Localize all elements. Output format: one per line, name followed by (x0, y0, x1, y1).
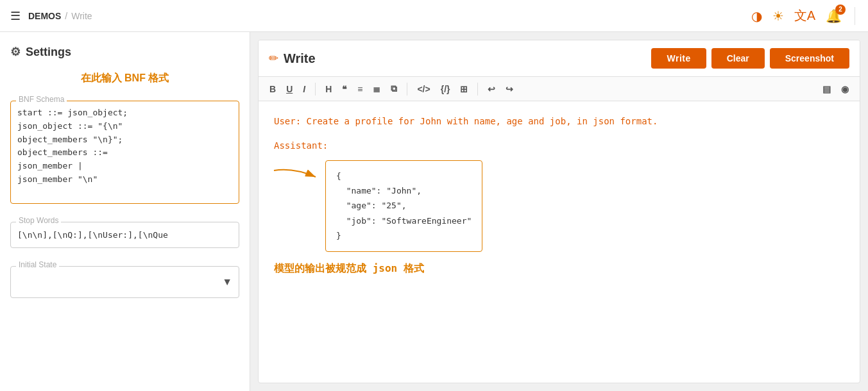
write-icon: ✏ (269, 51, 278, 65)
toolbar-right: ▤ ◉ (819, 81, 852, 97)
main-content: ✏ Write Write Clear Screenshot B U I H ❝… (258, 40, 860, 383)
sidebar: ⚙ Settings 在此输入 BNF 格式 BNF Schema start … (0, 32, 250, 391)
json-line-4: "job": "SoftwareEngineer" (336, 213, 472, 228)
stopwords-input[interactable] (17, 228, 232, 242)
notification-badge: 2 (835, 4, 846, 15)
copy-button[interactable]: ⧉ (387, 81, 400, 97)
bold-button[interactable]: B (266, 81, 279, 97)
layout: ⚙ Settings 在此输入 BNF 格式 BNF Schema start … (0, 32, 868, 391)
stopwords-box: Stop Words (10, 222, 239, 248)
annotation-arrow (268, 164, 322, 190)
notification-wrapper[interactable]: 🔔 2 (826, 8, 842, 24)
table-button[interactable]: ⊞ (457, 81, 471, 97)
screenshot-button[interactable]: Screenshot (770, 48, 849, 69)
bnf-legend: BNF Schema (16, 95, 67, 104)
user-line: User: Create a profile for John with nam… (274, 114, 844, 129)
bnf-schema-box: BNF Schema start ::= json_object; json_o… (10, 101, 239, 204)
initial-state-dropdown-icon[interactable]: ▼ (222, 276, 232, 288)
topnav-divider (855, 7, 855, 25)
breadcrumb-demos[interactable]: DEMOS (28, 11, 61, 21)
editor-toolbar: B U I H ❝ ≡ ≣ ⧉ </> {/} ⊞ ↩ ↪ ▤ ◉ (259, 77, 860, 101)
breadcrumb: DEMOS / Write (28, 11, 92, 21)
json-output-box: { "name": "John", "age": "25", "job": "S… (325, 160, 482, 252)
quote-button[interactable]: ❝ (339, 81, 350, 97)
translate-icon[interactable]: 文A (794, 7, 815, 24)
sun-icon[interactable]: ☀ (772, 8, 784, 24)
editor-area[interactable]: User: Create a profile for John with nam… (259, 101, 860, 383)
bnf-textarea[interactable]: start ::= json_object; json_object ::= "… (17, 106, 232, 196)
redo-button[interactable]: ↪ (502, 81, 516, 97)
underline-button[interactable]: U (283, 81, 296, 97)
toolbar-sep-2 (407, 83, 407, 96)
page-title: Write (284, 51, 316, 66)
bnf-annotation-top: 在此输入 BNF 格式 (10, 72, 239, 85)
json-line-2: "name": "John", (336, 183, 472, 198)
header-buttons: Write Clear Screenshot (651, 48, 849, 69)
stopwords-legend: Stop Words (16, 216, 61, 225)
ol-button[interactable]: ≣ (370, 81, 384, 97)
json-line-5: } (336, 228, 472, 243)
json-line-3: "age": "25", (336, 198, 472, 213)
write-button[interactable]: Write (651, 48, 706, 69)
toolbar-sep-3 (477, 83, 478, 96)
annotation-bottom: 模型的输出被规范成 json 格式 (274, 260, 844, 277)
preview-button[interactable]: ◉ (838, 81, 852, 97)
heading-button[interactable]: H (322, 81, 335, 97)
hamburger-icon[interactable]: ☰ (10, 9, 21, 23)
gear-icon: ⚙ (10, 45, 21, 59)
align-button[interactable]: ▤ (819, 81, 834, 97)
italic-button[interactable]: I (300, 81, 309, 97)
write-title-area: ✏ Write (269, 51, 643, 66)
assistant-label: Assistant: (274, 138, 844, 154)
write-header: ✏ Write Write Clear Screenshot (259, 40, 860, 77)
topnav-icons: ◑ ☀ 文A 🔔 2 (751, 7, 858, 25)
undo-button[interactable]: ↩ (484, 81, 498, 97)
initial-state-legend: Initial State (16, 260, 59, 269)
sidebar-header: ⚙ Settings (10, 45, 239, 59)
breadcrumb-write[interactable]: Write (71, 11, 92, 21)
initial-state-box: Initial State ▼ (10, 266, 239, 298)
contrast-icon[interactable]: ◑ (751, 8, 762, 24)
code-block-button[interactable]: {/} (438, 81, 454, 97)
code-inline-button[interactable]: </> (414, 81, 433, 97)
sidebar-title: Settings (26, 46, 71, 59)
toolbar-sep-1 (315, 83, 316, 96)
ul-button[interactable]: ≡ (354, 81, 366, 97)
clear-button[interactable]: Clear (711, 48, 765, 69)
breadcrumb-sep: / (65, 11, 67, 21)
json-line-1: { (336, 169, 472, 183)
topnav: ☰ DEMOS / Write ◑ ☀ 文A 🔔 2 (0, 0, 868, 32)
